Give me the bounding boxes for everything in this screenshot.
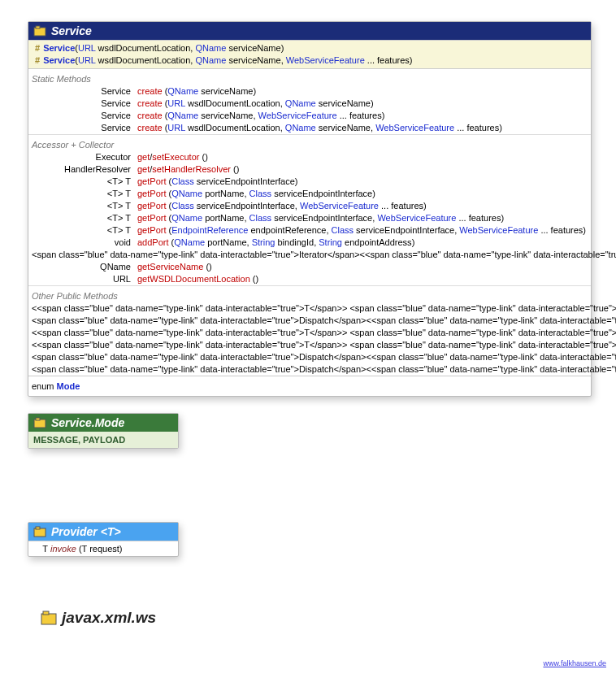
invoke-method[interactable]: invoke xyxy=(50,544,76,554)
method-row: <span class="blue" data-name="type-link"… xyxy=(28,351,591,363)
method-link[interactable]: create xyxy=(137,86,163,96)
return-type: <T> T xyxy=(32,188,137,200)
type-link[interactable]: WebServiceFeature xyxy=(375,123,454,133)
type-link[interactable]: Class xyxy=(249,189,272,198)
class-icon xyxy=(33,526,46,537)
class-icon xyxy=(33,25,46,37)
return-type: <span class="blue" data-name="type-link"… xyxy=(32,363,616,376)
type-link[interactable]: WebServiceFeature xyxy=(377,213,456,223)
enum-row: enum Mode xyxy=(28,376,591,396)
return-type: <T> T xyxy=(32,224,137,237)
type-link[interactable]: QName xyxy=(171,189,202,198)
service-title: Service xyxy=(51,24,92,37)
footer-link[interactable]: www.falkhausen.de xyxy=(543,659,606,667)
service-mode-card: Service.Mode MESSAGE, PAYLOAD xyxy=(28,413,179,449)
return-type: void xyxy=(32,237,137,249)
constructor-row: #Service (URL wsdlDocumentLocation, QNam… xyxy=(32,54,588,67)
type-link[interactable]: QName xyxy=(195,55,226,65)
method-link[interactable]: create xyxy=(137,123,163,133)
type-link[interactable]: WebServiceFeature xyxy=(286,55,365,65)
mode-values: MESSAGE, PAYLOAD xyxy=(28,432,178,448)
return-type: <T> T xyxy=(32,200,137,212)
return-type: Service xyxy=(32,122,137,134)
method-row: Servicecreate (QName serviceName) xyxy=(28,85,591,98)
method-row: HandlerResolverget/setHandlerResolver () xyxy=(28,163,591,176)
mode-header: Service.Mode xyxy=(28,414,178,432)
return-type: URL xyxy=(32,273,137,285)
method-row: QNamegetServiceName () xyxy=(28,261,591,273)
type-link[interactable]: String xyxy=(319,237,342,247)
return-type: <span class="blue" data-name="type-link"… xyxy=(32,315,616,327)
return-type: Service xyxy=(32,85,137,98)
type-link[interactable]: WebServiceFeature xyxy=(459,225,538,235)
service-header: Service xyxy=(28,22,591,40)
return-type: <T> T xyxy=(32,176,137,188)
return-type: Executor xyxy=(32,151,137,163)
type-link[interactable]: QName xyxy=(167,86,198,96)
type-link[interactable]: Class xyxy=(171,201,194,211)
type-link[interactable]: URL xyxy=(78,43,96,53)
type-link[interactable]: QName xyxy=(174,237,205,247)
method-link[interactable]: getPort xyxy=(137,213,166,223)
provider-card: Provider <T> T invoke (T request) xyxy=(28,522,179,557)
return-type: HandlerResolver xyxy=(32,163,137,176)
mode-title: Service.Mode xyxy=(51,416,124,429)
type-link[interactable]: QName xyxy=(285,98,316,108)
constructor-link[interactable]: Service xyxy=(43,54,75,67)
method-row: <T> TgetPort (QName portName, Class serv… xyxy=(28,212,591,224)
svg-rect-7 xyxy=(43,611,49,615)
type-link[interactable]: Class xyxy=(249,213,272,223)
provider-header: Provider <T> xyxy=(28,523,178,541)
method-link[interactable]: getPort xyxy=(137,201,166,211)
type-link[interactable]: URL xyxy=(167,98,185,108)
package-icon xyxy=(41,611,57,625)
return-type: QName xyxy=(32,261,137,273)
type-link[interactable]: WebServiceFeature xyxy=(258,111,337,120)
constructor-link[interactable]: Service xyxy=(43,42,75,54)
method-row: <T> TgetPort (Class serviceEndpointInter… xyxy=(28,200,591,212)
type-link[interactable]: WebServiceFeature xyxy=(300,201,379,211)
type-link[interactable]: String xyxy=(252,237,275,247)
footer: www.falkhausen.de xyxy=(0,659,616,667)
method-row: voidaddPort (QName portName, String bind… xyxy=(28,237,591,249)
constructors-section: #Service (URL wsdlDocumentLocation, QNam… xyxy=(28,40,591,69)
mode-link[interactable]: Mode xyxy=(57,381,80,391)
method-link[interactable]: get xyxy=(137,152,150,162)
method-link[interactable]: getWSDLDocumentLocation xyxy=(137,274,250,284)
type-link[interactable]: URL xyxy=(78,55,96,65)
return-type: <<span class="blue" data-name="type-link… xyxy=(32,327,616,339)
type-link[interactable]: URL xyxy=(167,123,185,133)
other-methods-label: Other Public Methods xyxy=(28,285,591,302)
method-link[interactable]: addPort xyxy=(137,237,169,247)
return-type: <T> T xyxy=(32,212,137,224)
method-row: <span class="blue" data-name="type-link"… xyxy=(28,249,591,261)
method-row: Servicecreate (URL wsdlDocumentLocation,… xyxy=(28,98,591,110)
method-link[interactable]: getPort xyxy=(137,225,166,235)
method-link[interactable]: create xyxy=(137,98,163,108)
method-link[interactable]: getServiceName xyxy=(137,262,203,272)
provider-method-row: T invoke (T request) xyxy=(28,541,178,556)
method-link[interactable]: get xyxy=(137,164,150,174)
method-link[interactable]: create xyxy=(137,111,163,120)
bullet-icon: # xyxy=(35,54,40,67)
method-row: <<span class="blue" data-name="type-link… xyxy=(28,302,591,315)
svg-rect-6 xyxy=(41,614,56,624)
type-link[interactable]: QName xyxy=(167,111,198,120)
method-row: <T> TgetPort (EndpointReference endpoint… xyxy=(28,224,591,237)
method-link[interactable]: setHandlerResolver xyxy=(152,164,231,174)
return-type: <<span class="blue" data-name="type-link… xyxy=(32,339,616,351)
type-link[interactable]: EndpointReference xyxy=(171,225,248,235)
svg-rect-5 xyxy=(36,527,40,529)
accessor-label: Accessor + Collector xyxy=(28,134,591,151)
method-row: Executorget/setExecutor () xyxy=(28,151,591,163)
type-link[interactable]: QName xyxy=(171,213,202,223)
method-link[interactable]: getPort xyxy=(137,189,166,198)
class-icon xyxy=(33,417,46,428)
return-type: Service xyxy=(32,110,137,122)
type-link[interactable]: QName xyxy=(195,43,226,53)
type-link[interactable]: Class xyxy=(332,225,354,235)
method-link[interactable]: setExecutor xyxy=(152,152,199,162)
type-link[interactable]: Class xyxy=(171,176,194,186)
type-link[interactable]: QName xyxy=(285,123,316,133)
method-link[interactable]: getPort xyxy=(137,176,166,186)
